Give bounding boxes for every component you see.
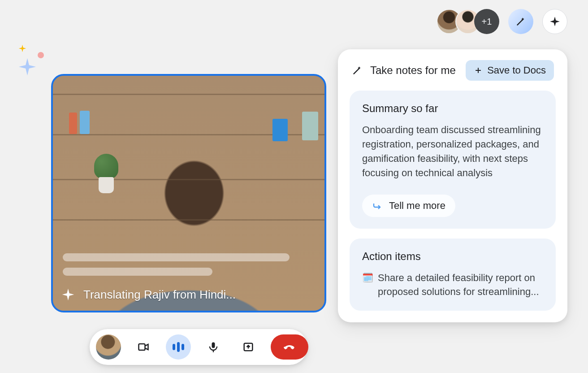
hangup-icon bbox=[283, 341, 296, 353]
microphone-icon bbox=[207, 341, 220, 353]
plus-icon bbox=[474, 66, 483, 75]
summary-body: Onboarding team discussed streamlining r… bbox=[362, 123, 543, 180]
notes-side-panel: Take notes for me Save to Docs Summary s… bbox=[338, 49, 567, 322]
translation-status: Translating Rajiv from Hindi... bbox=[61, 287, 236, 302]
caption-placeholder-bars bbox=[63, 253, 290, 276]
ai-sparkle-button[interactable] bbox=[542, 9, 567, 34]
call-control-bar bbox=[90, 329, 307, 365]
panel-title-label: Take notes for me bbox=[370, 64, 456, 77]
camera-toggle-button[interactable] bbox=[131, 334, 156, 360]
save-to-docs-button[interactable]: Save to Docs bbox=[466, 60, 554, 81]
present-icon bbox=[242, 341, 255, 353]
participant-avatar-stack[interactable]: +1 bbox=[437, 9, 499, 34]
camera-icon bbox=[137, 341, 150, 353]
decorative-sparkles bbox=[9, 44, 45, 80]
sparkle-icon bbox=[61, 287, 75, 302]
action-items-card: Action items 🗓️ Share a detailed feasibi… bbox=[350, 239, 556, 311]
save-to-docs-label: Save to Docs bbox=[487, 65, 546, 76]
audio-level-icon bbox=[173, 342, 184, 352]
microphone-toggle-button[interactable] bbox=[201, 334, 226, 360]
reply-arrow-icon bbox=[372, 200, 383, 211]
participant-video-tile[interactable]: Translating Rajiv from Hindi... bbox=[51, 74, 326, 312]
translation-status-label: Translating Rajiv from Hindi... bbox=[83, 288, 236, 302]
magic-wand-icon bbox=[515, 16, 527, 27]
tell-me-more-label: Tell me more bbox=[389, 200, 445, 212]
action-item-text: Share a detailed feasibility report on p… bbox=[378, 271, 543, 299]
present-screen-button[interactable] bbox=[236, 334, 261, 360]
calendar-icon: 🗓️ bbox=[362, 271, 373, 299]
svg-rect-0 bbox=[139, 344, 145, 350]
action-items-heading: Action items bbox=[362, 250, 543, 263]
summary-card: Summary so far Onboarding team discussed… bbox=[350, 91, 556, 229]
ai-wand-button[interactable] bbox=[508, 9, 533, 34]
sparkle-icon bbox=[549, 16, 561, 27]
action-item: 🗓️ Share a detailed feasibility report o… bbox=[362, 271, 543, 299]
summary-heading: Summary so far bbox=[362, 102, 543, 115]
participant-overflow-count: +1 bbox=[474, 9, 499, 34]
audio-activity-button[interactable] bbox=[166, 334, 191, 360]
tell-me-more-button[interactable]: Tell me more bbox=[362, 195, 455, 217]
panel-title: Take notes for me bbox=[351, 64, 456, 77]
self-view-thumbnail[interactable] bbox=[96, 334, 121, 360]
end-call-button[interactable] bbox=[271, 334, 308, 360]
top-right-cluster: +1 bbox=[437, 9, 567, 34]
magic-wand-icon bbox=[351, 65, 363, 76]
